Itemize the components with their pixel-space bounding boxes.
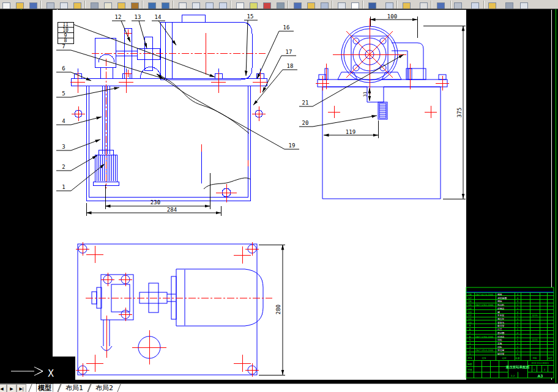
toolbar-icon-block-insert[interactable]: [367, 1, 378, 9]
svg-text:1: 1: [517, 303, 519, 306]
tab-layout1[interactable]: 布局1: [58, 384, 91, 392]
pan-glyph: [179, 2, 187, 9]
toolbar-icon-dim-style[interactable]: [337, 1, 347, 9]
tab-nav-last[interactable]: ▶|: [17, 384, 26, 392]
callout-17: 17: [286, 49, 292, 55]
layout-tabs: 模型 布局1 布局2: [30, 384, 119, 392]
svg-text:吸油管: 吸油管: [497, 324, 505, 327]
svg-text:1: 1: [517, 335, 519, 338]
match-properties-glyph: [131, 2, 139, 9]
svg-text:1: 1: [517, 324, 519, 327]
toolbar-icon-measure[interactable]: [401, 1, 412, 9]
toolbar-icon-table[interactable]: [350, 1, 360, 9]
svg-text:14: 14: [468, 307, 472, 310]
svg-text:1: 1: [517, 342, 519, 345]
svg-text:法兰: 法兰: [497, 328, 502, 331]
svg-text:GB/T 5310-2000: GB/T 5310-2000: [475, 349, 494, 352]
toolbar-icon-print-preview[interactable]: [59, 1, 69, 9]
svg-text:1: 1: [517, 307, 519, 310]
svg-text:键: 键: [497, 311, 500, 314]
toolbar-separator: [396, 1, 398, 9]
toolbar-icon-express[interactable]: [519, 1, 529, 9]
dim-284: 284: [167, 207, 177, 213]
toolbar-icon-designcenter[interactable]: [306, 1, 316, 9]
toolbar-icon-undo[interactable]: [147, 1, 157, 9]
svg-text:电动机: 电动机: [497, 303, 505, 306]
dim-style-glyph: [338, 2, 346, 9]
tab-model[interactable]: 模型: [28, 384, 61, 392]
title-block: 18GB/T 6170-2000螺母417弹簧垫圈416螺栓415GB/T 57…: [466, 287, 554, 378]
callout-4: 4: [62, 118, 65, 124]
toolbar-icon-render[interactable]: [487, 1, 497, 9]
toolbar-icon-match-properties[interactable]: [130, 1, 140, 9]
toolbar-icon-cut[interactable]: [89, 1, 100, 9]
callout-1: 1: [62, 184, 65, 190]
svg-text:盖板: 盖板: [497, 342, 502, 345]
toolbar-icon-redo[interactable]: [160, 1, 171, 9]
svg-text:4: 4: [517, 297, 519, 300]
toolbar-icon-zoom-window[interactable]: [204, 1, 215, 9]
toolbar-separator: [84, 1, 86, 9]
toolbar-icon-properties[interactable]: [292, 1, 303, 9]
toolbar-icon-copy[interactable]: [103, 1, 113, 9]
toolbar-icon-zoom-realtime[interactable]: [191, 1, 201, 9]
toolbar-icon-zoom-previous[interactable]: [218, 1, 228, 9]
sheet-num-1: 1: [534, 368, 535, 371]
sheet-num-2: 2: [544, 368, 546, 371]
drawing-title: 液压泵站装配图: [505, 365, 530, 369]
callout-10: 10: [62, 28, 69, 33]
svg-text:1: 1: [517, 346, 519, 349]
tab-nav-next[interactable]: ▶: [7, 384, 17, 392]
toolbar-separator: [483, 1, 485, 9]
svg-text:1: 1: [469, 352, 471, 355]
layer-color-glyph: [263, 2, 271, 9]
toolbar-icon-spell[interactable]: [72, 1, 83, 9]
dim-280: 280: [275, 305, 281, 314]
layers-glyph: [250, 2, 258, 9]
toolbar-icon-calculator[interactable]: [418, 1, 429, 9]
designcenter-glyph: [307, 2, 315, 9]
svg-text:油箱: 油箱: [497, 338, 502, 341]
toolbar-icon-tool-palettes[interactable]: [319, 1, 330, 9]
toolbar-icon-linetype[interactable]: [275, 1, 286, 9]
toolbar-icon-save[interactable]: [28, 1, 39, 9]
tab-layout2[interactable]: 布局2: [87, 384, 121, 392]
svg-text:2: 2: [517, 311, 519, 314]
toolbar-icon-paste[interactable]: [116, 1, 127, 9]
drawing-scale: 1:2: [511, 374, 515, 377]
callout-2: 2: [62, 164, 65, 170]
properties-glyph: [294, 2, 302, 9]
drawing-canvas[interactable]: 11 10 9 8 1 2 3 4 5 6 7 12 13 14 15 16 1…: [0, 0, 558, 392]
tab-layout2-label: 布局2: [95, 384, 113, 392]
svg-text:GB/T 5782-2000: GB/T 5782-2000: [475, 304, 494, 306]
toolbar-icon-layers[interactable]: [248, 1, 259, 9]
svg-text:联轴器: 联轴器: [497, 307, 505, 310]
toolbar-icon-help[interactable]: [436, 1, 446, 9]
toolbar-separator: [362, 1, 363, 9]
toolbar-icon-new-file[interactable]: [1, 1, 12, 9]
toolbar-separator: [332, 1, 333, 9]
toolbar-icon-publish[interactable]: [453, 1, 463, 9]
dim-375: 375: [456, 108, 463, 117]
toolbar-icon-3d-orbit[interactable]: [470, 1, 480, 9]
callout-9: 9: [64, 33, 67, 39]
toolbar-separator: [431, 1, 432, 9]
toolbar-icon-options[interactable]: [504, 1, 515, 9]
toolbar-icon-text-style[interactable]: [235, 1, 245, 9]
toolbar-icon-open-folder[interactable]: [15, 1, 25, 9]
svg-text:GB/T 5780-2000: GB/T 5780-2000: [475, 336, 494, 338]
paper-size: A3: [538, 374, 543, 378]
svg-text:1: 1: [517, 314, 519, 317]
tab-nav-prev[interactable]: ◀: [0, 384, 7, 392]
toolbar-icon-pan[interactable]: [177, 1, 188, 9]
layout-tab-bar: ◀ ▶ ▶| 模型 布局1 布局2: [0, 383, 558, 392]
callout-15: 15: [247, 13, 254, 20]
toolbar-separator: [288, 1, 289, 9]
options-glyph: [505, 2, 513, 9]
toolbar-icon-hatch[interactable]: [384, 1, 395, 9]
callout-16: 16: [283, 24, 290, 31]
hatch-glyph: [385, 2, 393, 9]
toolbar-icon-print[interactable]: [45, 1, 56, 9]
sheet-corner-mask: [53, 357, 75, 380]
toolbar-icon-layer-color[interactable]: [262, 1, 272, 9]
